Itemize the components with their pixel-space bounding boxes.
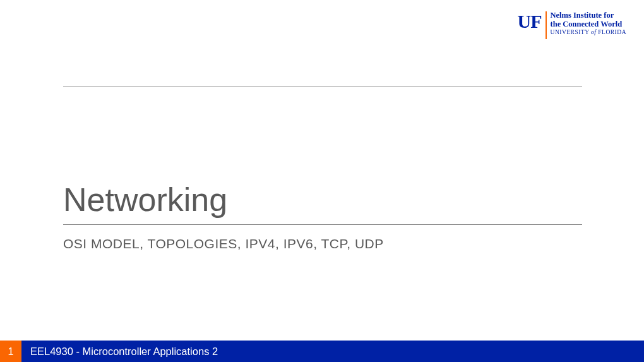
page-number: 1 (0, 341, 21, 362)
logo-university: UNIVERSITY of FLORIDA (551, 30, 626, 36)
logo-institute-line1: Nelms Institute for (551, 11, 626, 20)
logo-divider (546, 11, 547, 39)
uf-mark: UF (518, 11, 542, 31)
title-underline-rule (63, 224, 582, 225)
top-horizontal-rule (63, 87, 582, 87)
slide-subtitle: OSI MODEL, TOPOLOGIES, IPV4, IPV6, TCP, … (63, 236, 384, 251)
institution-logo: UF Nelms Institute for the Connected Wor… (518, 11, 626, 39)
footer-bar: 1 EEL4930 - Microcontroller Applications… (0, 341, 644, 362)
slide-title: Networking (63, 181, 227, 219)
logo-text-block: Nelms Institute for the Connected World … (551, 11, 626, 36)
logo-institute-line2: the Connected World (551, 20, 626, 28)
course-label: EEL4930 - Microcontroller Applications 2 (30, 346, 218, 358)
